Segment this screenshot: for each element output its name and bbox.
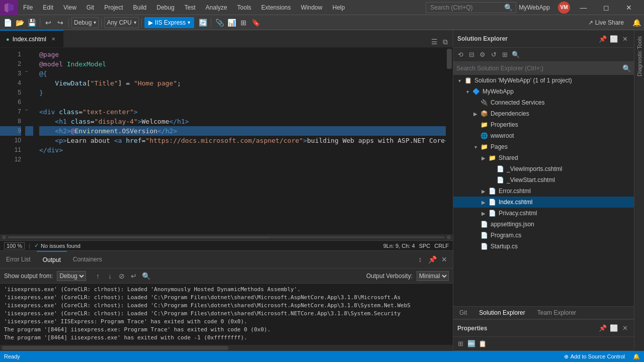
tree-properties[interactable]: ▾ 📁 Properties — [453, 119, 634, 130]
tree-startup-cs[interactable]: ▾ 📄 Startup.cs — [453, 241, 634, 252]
tree-solution[interactable]: ▾ 📋 Solution 'MyWebApp' (1 of 1 project) — [453, 75, 634, 86]
editor-hscrollbar[interactable] — [0, 234, 453, 240]
tree-index-cshtml[interactable]: ▶ 📄 Index.cshtml — [453, 197, 634, 208]
refresh-button[interactable]: 🔄 — [197, 17, 208, 28]
open-button[interactable]: 📂 — [14, 17, 25, 28]
notifications-status[interactable]: 🔔 — [629, 351, 644, 362]
tree-appsettings[interactable]: ▾ 📄 appsettings.json — [453, 219, 634, 230]
menu-view[interactable]: View — [58, 0, 82, 15]
menu-project[interactable]: Project — [99, 0, 128, 15]
tab-index-cshtml[interactable]: ● Index.cshtml ✕ — [0, 30, 63, 47]
clear-btn[interactable]: ⊘ — [116, 270, 127, 282]
tree-privacy-cshtml[interactable]: ▶ 📄 Privacy.cshtml — [453, 208, 634, 219]
tab-solution-explorer[interactable]: Solution Explorer — [473, 306, 531, 319]
prop-categorize-btn[interactable]: ⊞ — [455, 339, 465, 349]
panel-tab-error-list[interactable]: Error List — [0, 251, 37, 268]
scroll-down-btn[interactable]: ↓ — [104, 270, 115, 282]
new-button[interactable]: 📄 — [2, 17, 13, 28]
output-source-select[interactable]: Debug — [57, 271, 86, 281]
properties-label: Properties — [491, 121, 634, 128]
minimize-button[interactable]: — — [572, 0, 595, 15]
se-search-input[interactable] — [456, 65, 622, 72]
panel-close-btn[interactable]: ✕ — [439, 254, 450, 265]
wwwroot-icon: 🌐 — [479, 131, 489, 140]
tab-team-explorer[interactable]: Team Explorer — [531, 306, 582, 319]
tree-project[interactable]: ▾ 🔷 MyWebApp — [453, 86, 634, 97]
profiler-button[interactable]: 📊 — [226, 17, 237, 28]
notifications-button[interactable]: 🔔 — [631, 17, 642, 28]
prop-maximize-btn[interactable]: ⬜ — [609, 323, 619, 333]
prop-close-btn[interactable]: ✕ — [620, 323, 630, 333]
menu-bar: File Edit View Git Project Build Debug T… — [0, 0, 644, 15]
tree-pages[interactable]: ▾ 📁 Pages — [453, 141, 634, 152]
menu-test[interactable]: Test — [180, 0, 201, 15]
menu-debug[interactable]: Debug — [151, 0, 179, 15]
code-content[interactable]: @page @model IndexModel @{ ViewData["Tit… — [33, 48, 446, 234]
tab-git[interactable]: Git — [453, 306, 473, 319]
menu-edit[interactable]: Edit — [38, 0, 58, 15]
se-pin-btn[interactable]: 📌 — [598, 34, 608, 44]
live-share-button[interactable]: ↗ Live Share — [584, 17, 628, 28]
save-all-button[interactable]: 💾 — [26, 17, 37, 28]
se-filter-btn[interactable]: 🔍 — [511, 50, 521, 60]
menu-analyze[interactable]: Analyze — [201, 0, 232, 15]
verbosity-select[interactable]: Minimal — [417, 271, 449, 281]
se-sync-btn[interactable]: ⟲ — [455, 50, 465, 60]
menu-window[interactable]: Window — [296, 0, 328, 15]
restore-button[interactable]: ◻ — [595, 0, 617, 15]
status-ready[interactable]: Ready — [0, 351, 24, 362]
shared-label: Shared — [499, 154, 634, 161]
tab-action-btn[interactable]: ☰ — [429, 36, 440, 47]
menu-help[interactable]: Help — [328, 0, 350, 15]
menu-git[interactable]: Git — [82, 0, 99, 15]
user-avatar[interactable]: VM — [558, 2, 570, 14]
tree-viewstart[interactable]: ▾ 📄 _ViewStart.cshtml — [453, 174, 634, 186]
output-hscrollbar[interactable] — [0, 345, 453, 351]
undo-button[interactable]: ↩ — [43, 17, 54, 28]
run-button[interactable]: ▶ IIS Express ▾ — [144, 17, 194, 28]
panel-pin-btn[interactable]: 📌 — [427, 254, 438, 265]
build-config-dropdown[interactable]: Debug ▾ — [71, 17, 99, 28]
dependencies-label: Dependencies — [491, 110, 634, 117]
se-properties-btn[interactable]: ⚙ — [477, 50, 488, 60]
redo-button[interactable]: ↪ — [55, 17, 66, 28]
se-collapse-btn[interactable]: ⊟ — [466, 50, 476, 60]
bookmark-button[interactable]: 🔖 — [250, 17, 261, 28]
se-actions: 📌 ⬜ ✕ — [598, 34, 630, 44]
se-view-toggle-btn[interactable]: ⊞ — [500, 50, 510, 60]
prop-pin-btn[interactable]: 📌 — [598, 323, 608, 333]
prop-alpha-btn[interactable]: 🔤 — [466, 339, 476, 349]
zoom-level[interactable]: 100 % — [4, 242, 25, 249]
arrow: ▾ — [488, 166, 496, 172]
menu-file[interactable]: File — [18, 0, 38, 15]
tree-wwwroot[interactable]: ▾ 🌐 wwwroot — [453, 130, 634, 141]
menu-tools[interactable]: Tools — [232, 0, 256, 15]
se-refresh-btn[interactable]: ↺ — [489, 50, 499, 60]
menu-extensions[interactable]: Extensions — [256, 0, 296, 15]
filter-btn[interactable]: 🔍 — [140, 270, 151, 282]
prop-pages-btn[interactable]: 📋 — [477, 339, 488, 349]
tree-dependencies[interactable]: ▶ 📦 Dependencies — [453, 108, 634, 119]
source-control-button[interactable]: ⊕ Add to Source Control — [560, 351, 629, 362]
se-close-btn[interactable]: ✕ — [620, 34, 630, 44]
layout-button[interactable]: ⊞ — [238, 17, 249, 28]
global-search-input[interactable] — [426, 2, 516, 13]
tree-connected-services[interactable]: ▾ 🔌 Connected Services — [453, 97, 634, 108]
se-maximize-btn[interactable]: ⬜ — [609, 34, 619, 44]
tree-shared[interactable]: ▶ 📁 Shared — [453, 152, 634, 163]
tab-close-button[interactable]: ✕ — [49, 35, 57, 43]
tab-actions: ☰ ⧉ — [429, 36, 453, 47]
panel-tab-containers[interactable]: Containers — [67, 251, 108, 268]
panel-tab-output[interactable]: Output — [37, 251, 67, 268]
tree-program-cs[interactable]: ▾ 📄 Program.cs — [453, 230, 634, 241]
menu-build[interactable]: Build — [128, 0, 152, 15]
platform-dropdown[interactable]: Any CPU ▾ — [104, 17, 138, 28]
wrap-btn[interactable]: ↵ — [128, 270, 139, 282]
tree-error-cshtml[interactable]: ▶ 📄 Error.cshtml — [453, 186, 634, 197]
split-editor-btn[interactable]: ⧉ — [440, 36, 451, 47]
panel-wrap-btn[interactable]: ↕ — [415, 254, 426, 265]
attach-button[interactable]: 📎 — [214, 17, 225, 28]
tree-viewimports[interactable]: ▾ 📄 _ViewImports.cshtml — [453, 163, 634, 174]
close-button[interactable]: ✕ — [617, 0, 640, 15]
scroll-up-btn[interactable]: ↑ — [92, 270, 103, 282]
